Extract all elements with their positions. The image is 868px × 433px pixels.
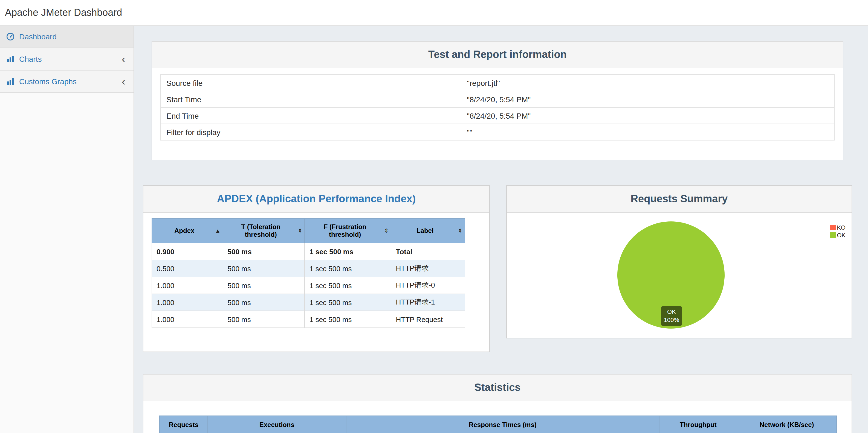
requests-summary-header[interactable]: Requests Summary	[507, 186, 851, 213]
table-row: 1.000 500 ms 1 sec 500 ms HTTP请求-1	[152, 294, 465, 311]
column-header-toleration[interactable]: T (Toleration threshold) ⇕	[223, 219, 305, 243]
column-label: T (Toleration threshold)	[241, 223, 280, 238]
apdex-table: Apdex ▲ T (Toleration threshold) ⇕ F (Fr…	[152, 218, 465, 328]
cell: 0.500	[152, 260, 223, 277]
cell: 500 ms	[223, 277, 305, 294]
info-value: "report.jtl"	[461, 75, 834, 91]
legend-label: KO	[837, 224, 845, 231]
cell: 500 ms	[223, 243, 305, 260]
chevron-left-icon: ‹	[122, 55, 127, 63]
column-header-executions[interactable]: Executions	[208, 416, 346, 433]
column-header-network[interactable]: Network (KB/sec)	[737, 416, 837, 433]
test-info-table: Source file "report.jtl" Start Time "8/2…	[160, 74, 835, 140]
cell: 1 sec 500 ms	[305, 311, 391, 328]
info-label: Source file	[161, 75, 461, 91]
table-row-total: 0.900 500 ms 1 sec 500 ms Total	[152, 243, 465, 260]
requests-summary-body: KO OK OK 100%	[507, 213, 851, 338]
sidebar-item-label: Dashboard	[19, 32, 57, 41]
table-header-row: Apdex ▲ T (Toleration threshold) ⇕ F (Fr…	[152, 219, 465, 243]
pie-label-percent: 100%	[662, 316, 681, 324]
info-label: Start Time	[161, 91, 461, 107]
column-header-response-times[interactable]: Response Times (ms)	[346, 416, 659, 433]
sort-icon: ⇕	[298, 228, 302, 234]
apdex-body: Apdex ▲ T (Toleration threshold) ⇕ F (Fr…	[144, 213, 489, 347]
table-header-row: Requests Executions Response Times (ms) …	[159, 416, 837, 433]
statistics-table: Requests Executions Response Times (ms) …	[159, 415, 837, 433]
pie-label-series: OK	[662, 308, 681, 316]
chart-legend: KO OK	[830, 224, 845, 239]
statistics-panel: Statistics Requests Executions Response …	[143, 374, 852, 433]
cell: 1.000	[152, 277, 223, 294]
requests-summary-panel: Requests Summary KO OK	[506, 185, 852, 338]
dashboard-icon	[6, 32, 15, 41]
requests-summary-title: Requests Summary	[631, 193, 728, 204]
info-label: Filter for display	[161, 124, 461, 140]
apdex-panel: APDEX (Application Performance Index) Ap…	[143, 185, 490, 352]
cell: 500 ms	[223, 311, 305, 328]
sidebar: Dashboard Charts ‹	[0, 26, 134, 433]
app-header: Apache JMeter Dashboard	[0, 0, 868, 26]
test-info-panel-header[interactable]: Test and Report information	[152, 41, 843, 68]
cell: 1 sec 500 ms	[305, 243, 391, 260]
sort-asc-icon: ▲	[215, 228, 221, 234]
apdex-panel-header[interactable]: APDEX (Application Performance Index)	[144, 186, 489, 213]
cell: 1 sec 500 ms	[305, 277, 391, 294]
column-header-apdex[interactable]: Apdex ▲	[152, 219, 223, 243]
statistics-title: Statistics	[474, 381, 521, 393]
table-row: 1.000 500 ms 1 sec 500 ms HTTP请求-0	[152, 277, 465, 294]
column-label: Label	[416, 227, 434, 235]
middle-cards-row: APDEX (Application Performance Index) Ap…	[143, 185, 852, 352]
table-row: Source file "report.jtl"	[161, 75, 834, 91]
table-row: 1.000 500 ms 1 sec 500 ms HTTP Request	[152, 311, 465, 328]
info-label: End Time	[161, 107, 461, 124]
apdex-title: APDEX (Application Performance Index)	[217, 193, 416, 204]
jmeter-dashboard-page: Apache JMeter Dashboard Dashboard	[0, 0, 868, 433]
test-info-body: Source file "report.jtl" Start Time "8/2…	[152, 68, 843, 160]
sidebar-item-dashboard[interactable]: Dashboard	[0, 26, 133, 48]
column-label: Apdex	[174, 227, 194, 235]
test-info-title: Test and Report information	[428, 49, 567, 60]
table-row: End Time "8/24/20, 5:54 PM"	[161, 107, 834, 124]
column-header-requests[interactable]: Requests	[159, 416, 208, 433]
cell: HTTP请求	[391, 260, 465, 277]
info-value: "8/24/20, 5:54 PM"	[461, 107, 834, 124]
bar-chart-icon	[6, 55, 15, 63]
info-value: "8/24/20, 5:54 PM"	[461, 91, 834, 107]
column-label: F (Frustration threshold)	[324, 223, 366, 238]
layout: Dashboard Charts ‹	[0, 26, 868, 433]
legend-item-ok[interactable]: OK	[830, 231, 845, 239]
sidebar-item-label: Customs Graphs	[19, 77, 76, 86]
statistics-body: Requests Executions Response Times (ms) …	[144, 401, 851, 433]
cell: 1 sec 500 ms	[305, 294, 391, 311]
table-row: 0.500 500 ms 1 sec 500 ms HTTP请求	[152, 260, 465, 277]
cell: HTTP请求-0	[391, 277, 465, 294]
info-value: ""	[461, 124, 834, 140]
test-info-panel: Test and Report information Source file …	[152, 41, 843, 160]
legend-item-ko[interactable]: KO	[830, 224, 845, 231]
cell: Total	[391, 243, 465, 260]
column-header-frustration[interactable]: F (Frustration threshold) ⇕	[305, 219, 391, 243]
cell: 500 ms	[223, 294, 305, 311]
statistics-panel-header[interactable]: Statistics	[144, 374, 851, 401]
column-header-throughput[interactable]: Throughput	[659, 416, 737, 433]
cell: 1 sec 500 ms	[305, 260, 391, 277]
sidebar-item-label: Charts	[19, 55, 41, 63]
chevron-left-icon: ‹	[122, 77, 127, 86]
cell: HTTP Request	[391, 311, 465, 328]
ok-color-swatch	[830, 232, 836, 238]
sidebar-item-customs-graphs[interactable]: Customs Graphs ‹	[0, 70, 133, 93]
cell: 0.900	[152, 243, 223, 260]
table-row: Start Time "8/24/20, 5:54 PM"	[161, 91, 834, 107]
table-row: Filter for display ""	[161, 124, 834, 140]
cell: 1.000	[152, 311, 223, 328]
cell: 1.000	[152, 294, 223, 311]
bar-chart-icon	[6, 77, 15, 86]
column-header-label[interactable]: Label ⇕	[391, 219, 465, 243]
main-content: Test and Report information Source file …	[134, 26, 868, 433]
sidebar-item-charts[interactable]: Charts ‹	[0, 48, 133, 70]
cell: HTTP请求-1	[391, 294, 465, 311]
sort-icon: ⇕	[458, 228, 462, 234]
legend-label: OK	[837, 232, 845, 239]
page-title: Apache JMeter Dashboard	[5, 7, 122, 18]
ko-color-swatch	[830, 225, 836, 230]
